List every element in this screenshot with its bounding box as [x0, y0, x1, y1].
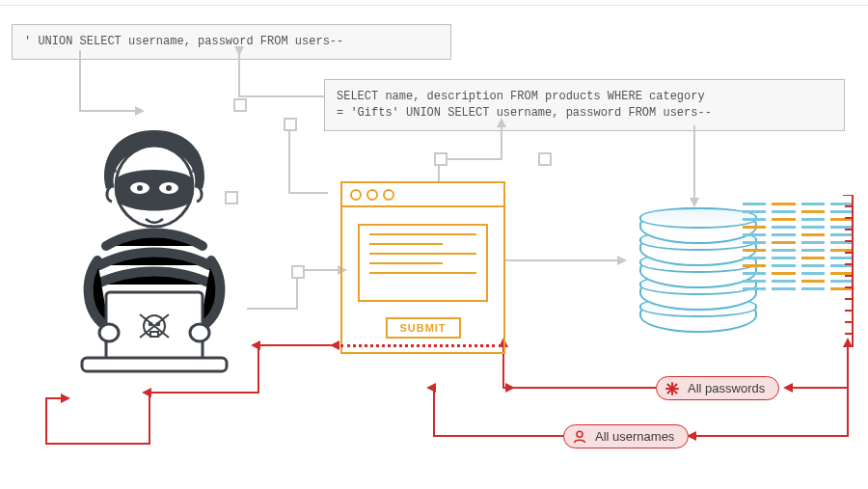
- svg-rect-22: [82, 358, 227, 371]
- web-form-illustration: SUBMIT: [340, 181, 505, 354]
- injection-point-indicator: [340, 344, 502, 347]
- all-passwords-pill: All passwords: [656, 376, 779, 400]
- svg-marker-12: [330, 340, 339, 350]
- submit-button[interactable]: SUBMIT: [385, 317, 460, 339]
- data-capture-bracket-icon: [841, 195, 854, 347]
- svg-point-20: [166, 185, 172, 191]
- svg-point-50: [577, 431, 583, 437]
- svg-marker-13: [251, 340, 260, 350]
- browser-chrome-icon: [342, 183, 503, 207]
- svg-point-30: [190, 324, 209, 341]
- svg-marker-9: [783, 383, 793, 393]
- svg-marker-11: [426, 383, 436, 393]
- svg-point-29: [99, 324, 119, 341]
- database-illustration: [639, 207, 753, 331]
- all-passwords-label: All passwords: [688, 381, 765, 395]
- diagram-stage: ' UNION SELECT username, password FROM u…: [0, 0, 868, 489]
- svg-rect-26: [150, 332, 158, 337]
- all-usernames-pill: All usernames: [563, 424, 689, 448]
- all-usernames-label: All usernames: [595, 429, 674, 444]
- leaked-data-illustration: [743, 198, 854, 347]
- attacker-illustration: [63, 130, 246, 405]
- asterisk-icon: [665, 381, 680, 396]
- svg-point-19: [137, 185, 143, 191]
- submit-button-label: SUBMIT: [399, 322, 446, 334]
- form-area: [358, 224, 488, 302]
- svg-marker-7: [505, 383, 515, 393]
- user-icon: [572, 429, 587, 445]
